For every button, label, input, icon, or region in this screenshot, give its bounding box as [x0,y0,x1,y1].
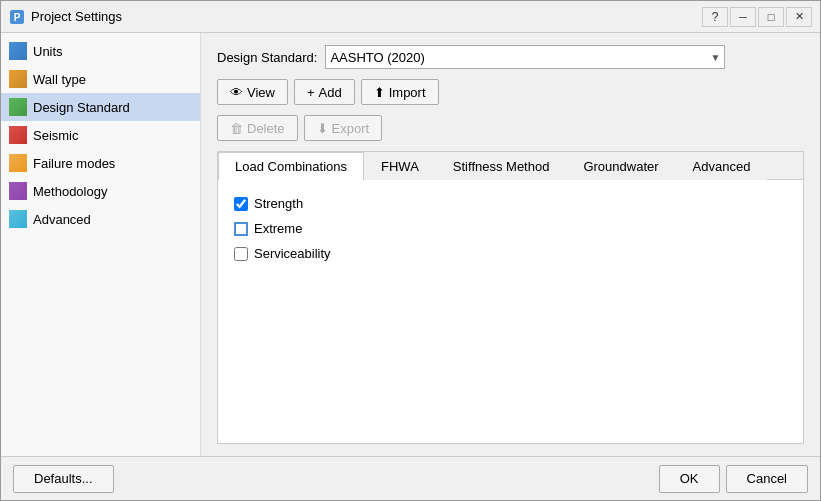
delete-button[interactable]: 🗑 Delete [217,115,298,141]
cancel-button[interactable]: Cancel [726,465,808,493]
designstandard-icon [9,98,27,116]
bottom-right-buttons: OK Cancel [659,465,808,493]
sidebar-label-designstandard: Design Standard [33,100,130,115]
methodology-icon [9,182,27,200]
failuremodes-icon [9,154,27,172]
design-standard-row: Design Standard: AASHTO (2020) ▼ [217,45,804,69]
eye-icon: 👁 [230,85,243,100]
sidebar: Units Wall type Design Standard Seismic … [1,33,201,456]
import-button[interactable]: ⬆ Import [361,79,439,105]
tab-fhwa[interactable]: FHWA [364,152,436,180]
checkbox-row-serviceability: Serviceability [234,246,787,261]
sidebar-label-units: Units [33,44,63,59]
minimize-button[interactable]: ─ [730,7,756,27]
sidebar-label-walltype: Wall type [33,72,86,87]
view-button[interactable]: 👁 View [217,79,288,105]
tab-fhwa-label: FHWA [381,159,419,174]
delete-label: Delete [247,121,285,136]
tab-groundwater[interactable]: Groundwater [566,152,675,180]
export-icon: ⬇ [317,121,328,136]
content-area: Design Standard: AASHTO (2020) ▼ 👁 View … [201,33,820,456]
plus-icon: + [307,85,315,100]
close-button[interactable]: ✕ [786,7,812,27]
strength-checkbox[interactable] [234,197,248,211]
trash-icon: 🗑 [230,121,243,136]
checkbox-row-strength: Strength [234,196,787,211]
tabs-container: Load Combinations FHWA Stiffness Method … [217,151,804,444]
window-title: Project Settings [31,9,696,24]
view-label: View [247,85,275,100]
design-standard-dropdown[interactable]: AASHTO (2020) ▼ [325,45,725,69]
design-standard-label: Design Standard: [217,50,317,65]
sidebar-label-methodology: Methodology [33,184,107,199]
sidebar-label-seismic: Seismic [33,128,79,143]
export-button[interactable]: ⬇ Export [304,115,383,141]
tab-stiffness-method[interactable]: Stiffness Method [436,152,567,180]
serviceability-label: Serviceability [254,246,331,261]
sidebar-item-walltype[interactable]: Wall type [1,65,200,93]
ok-button[interactable]: OK [659,465,720,493]
units-icon [9,42,27,60]
help-button[interactable]: ? [702,7,728,27]
advanced-icon [9,210,27,228]
tab-advanced-label: Advanced [693,159,751,174]
sidebar-item-designstandard[interactable]: Design Standard [1,93,200,121]
serviceability-checkbox[interactable] [234,247,248,261]
sidebar-item-methodology[interactable]: Methodology [1,177,200,205]
sidebar-item-failuremodes[interactable]: Failure modes [1,149,200,177]
tab-load-combinations-label: Load Combinations [235,159,347,174]
tabs-header: Load Combinations FHWA Stiffness Method … [218,152,803,180]
sidebar-item-seismic[interactable]: Seismic [1,121,200,149]
sidebar-item-units[interactable]: Units [1,37,200,65]
app-icon: P [9,9,25,25]
sidebar-item-advanced[interactable]: Advanced [1,205,200,233]
tab-advanced[interactable]: Advanced [676,152,768,180]
maximize-button[interactable]: □ [758,7,784,27]
design-standard-value: AASHTO (2020) [330,50,424,65]
project-settings-window: P Project Settings ? ─ □ ✕ Units Wall ty… [0,0,821,501]
tab-groundwater-label: Groundwater [583,159,658,174]
export-label: Export [332,121,370,136]
tab-stiffness-method-label: Stiffness Method [453,159,550,174]
walltype-icon [9,70,27,88]
checkbox-row-extreme: Extreme [234,221,787,236]
sidebar-label-failuremodes: Failure modes [33,156,115,171]
bottom-bar: Defaults... OK Cancel [1,456,820,500]
defaults-button[interactable]: Defaults... [13,465,114,493]
svg-text:P: P [14,12,21,23]
window-controls: ? ─ □ ✕ [702,7,812,27]
toolbar-row-1: 👁 View + Add ⬆ Import [217,79,804,105]
main-content: Units Wall type Design Standard Seismic … [1,33,820,456]
tab-content-area: Strength Extreme Serviceability [218,180,803,443]
import-label: Import [389,85,426,100]
add-label: Add [319,85,342,100]
add-button[interactable]: + Add [294,79,355,105]
strength-label: Strength [254,196,303,211]
title-bar: P Project Settings ? ─ □ ✕ [1,1,820,33]
toolbar-row-2: 🗑 Delete ⬇ Export [217,115,804,141]
tab-load-combinations[interactable]: Load Combinations [218,152,364,180]
extreme-label: Extreme [254,221,302,236]
extreme-checkbox[interactable] [234,222,248,236]
sidebar-label-advanced: Advanced [33,212,91,227]
chevron-down-icon: ▼ [711,52,721,63]
import-icon: ⬆ [374,85,385,100]
seismic-icon [9,126,27,144]
